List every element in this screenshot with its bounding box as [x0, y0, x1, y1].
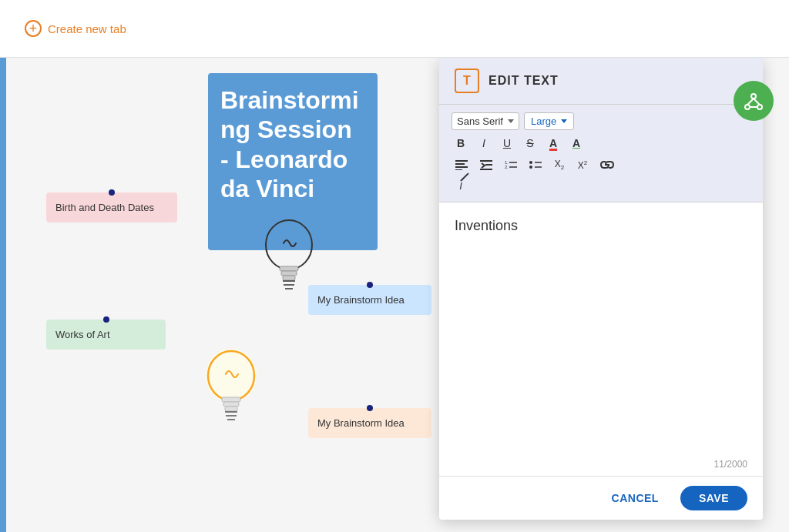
- card-dot: [367, 405, 373, 411]
- lightbulb-2: [196, 339, 266, 442]
- underline-button[interactable]: U: [498, 135, 516, 152]
- toolbar-row-4: I: [452, 178, 750, 194]
- card-works-of-art-text: Works of Art: [55, 329, 110, 340]
- size-chevron-icon: [561, 119, 567, 123]
- create-tab-label: Create new tab: [48, 22, 126, 35]
- text-highlight-icon: A: [572, 137, 580, 149]
- svg-point-32: [745, 105, 750, 109]
- link-button[interactable]: [596, 158, 618, 172]
- toolbar-row-1: Sans Serif Large: [452, 112, 750, 130]
- svg-rect-1: [280, 266, 298, 271]
- clear-format-icon: I: [459, 180, 462, 192]
- top-bar: + Create new tab: [0, 0, 789, 58]
- edit-panel-title: EDIT TEXT: [489, 74, 559, 88]
- unordered-list-button[interactable]: [525, 157, 546, 172]
- network-svg: [743, 90, 764, 112]
- svg-point-26: [529, 161, 532, 164]
- svg-point-33: [757, 105, 762, 109]
- font-selector[interactable]: Sans Serif: [452, 112, 519, 130]
- plus-icon: +: [25, 20, 42, 37]
- toolbar-row-2: B I U S A A: [452, 135, 750, 152]
- svg-rect-3: [283, 276, 295, 280]
- card-brainstorm-idea-2[interactable]: My Brainstorm Idea: [308, 408, 431, 438]
- text-color-icon: A: [549, 137, 557, 149]
- card-brainstorm-idea-1[interactable]: My Brainstorm Idea: [308, 285, 431, 315]
- card-brainstorm-idea-2-text: My Brainstorm Idea: [317, 417, 405, 429]
- svg-point-31: [751, 94, 756, 99]
- edit-panel-toolbar: Sans Serif Large B I U S A A: [439, 105, 763, 202]
- edit-text-panel: T EDIT TEXT Sans Serif Large B I U: [439, 58, 763, 520]
- char-count: 11/2000: [439, 456, 763, 476]
- edit-textarea[interactable]: Inventions: [439, 202, 763, 456]
- indent-button[interactable]: [476, 157, 496, 172]
- save-button[interactable]: SAVE: [680, 486, 747, 510]
- card-dot: [109, 189, 115, 196]
- svg-line-34: [747, 99, 754, 105]
- left-strip: [0, 58, 6, 532]
- create-tab-button[interactable]: + Create new tab: [15, 14, 136, 43]
- cancel-button[interactable]: CANCEL: [599, 486, 671, 510]
- svg-point-7: [206, 349, 257, 403]
- svg-rect-2: [281, 271, 297, 276]
- svg-line-35: [754, 99, 760, 105]
- svg-text:2.: 2.: [505, 165, 509, 169]
- size-selected-value: Large: [531, 115, 556, 127]
- ordered-list-button[interactable]: 1.2.: [501, 157, 521, 172]
- text-highlight-button[interactable]: A: [567, 135, 586, 152]
- card-brainstorm-idea-1-text: My Brainstorm Idea: [317, 294, 405, 306]
- svg-rect-9: [222, 397, 240, 402]
- canvas: Brainstormi ng Session - Leonardo da Vin…: [0, 58, 789, 532]
- font-chevron-icon: [508, 119, 514, 123]
- text-color-button[interactable]: A: [544, 135, 562, 152]
- network-icon-button[interactable]: [734, 81, 774, 121]
- italic-button[interactable]: I: [475, 135, 493, 152]
- svg-point-28: [529, 166, 532, 169]
- svg-rect-10: [223, 402, 239, 407]
- svg-point-0: [266, 220, 312, 269]
- align-left-button[interactable]: [452, 157, 472, 172]
- edit-panel-footer: CANCEL SAVE: [439, 476, 763, 520]
- superscript-button[interactable]: X2: [573, 157, 592, 173]
- card-dot: [103, 316, 109, 323]
- strikethrough-button[interactable]: S: [521, 135, 539, 152]
- card-birth-death-text: Birth and Death Dates: [55, 202, 154, 213]
- subscript-icon: X2: [555, 159, 564, 171]
- card-brainstorm-text: Brainstormi ng Session - Leonardo da Vin…: [220, 86, 359, 202]
- card-dot: [367, 282, 373, 288]
- text-format-icon: T: [455, 69, 479, 93]
- card-birth-death[interactable]: Birth and Death Dates: [46, 192, 177, 223]
- superscript-icon: X2: [578, 159, 587, 171]
- clear-format-button[interactable]: I: [452, 178, 470, 194]
- card-works-of-art[interactable]: Works of Art: [46, 320, 166, 350]
- subscript-button[interactable]: X2: [550, 156, 569, 173]
- size-selector[interactable]: Large: [524, 112, 574, 130]
- edit-panel-header: T EDIT TEXT: [439, 58, 763, 105]
- toolbar-row-3: 1.2. X2 X2: [452, 156, 750, 173]
- bold-button[interactable]: B: [452, 135, 470, 152]
- svg-rect-11: [225, 407, 237, 411]
- font-selected-value: Sans Serif: [457, 115, 503, 127]
